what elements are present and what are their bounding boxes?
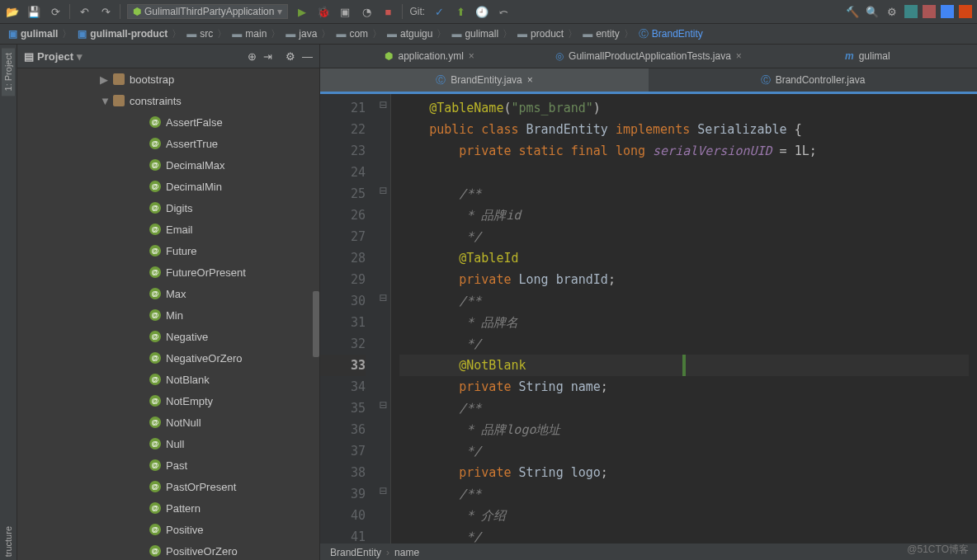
- tree-decimalmax[interactable]: @DecimalMax: [17, 154, 319, 176]
- breadcrumb-main[interactable]: ▬main: [229, 28, 268, 40]
- project-panel: ▤ Project ▾ ⊕ ⇥ ⚙ — ▶bootstrap▼constrain…: [17, 45, 320, 560]
- project-header: ▤ Project ▾ ⊕ ⇥ ⚙ —: [17, 45, 319, 68]
- run-icon[interactable]: ▶: [295, 4, 309, 19]
- tree-notempty[interactable]: @NotEmpty: [17, 390, 319, 412]
- undo-icon[interactable]: ↶: [77, 4, 92, 19]
- open-icon[interactable]: 📂: [5, 4, 20, 19]
- git-update-icon[interactable]: ✓: [432, 4, 446, 19]
- editor-tabs-bottom: ⒸBrandEntity.java×ⒸBrandController.java: [320, 68, 977, 94]
- search-icon[interactable]: 🔍: [865, 4, 880, 19]
- select-opened-icon[interactable]: ⊕: [248, 50, 257, 63]
- project-icon: ▤: [24, 50, 34, 63]
- change-marker: [682, 355, 686, 376]
- redo-icon[interactable]: ↷: [98, 4, 113, 19]
- editor-area: ⬢application.yml×◎GulimallProductApplica…: [320, 45, 977, 560]
- refresh-icon[interactable]: ⟳: [48, 4, 63, 19]
- tree-notblank[interactable]: @NotBlank: [17, 369, 319, 390]
- editor-crumb: BrandEntity › name: [320, 544, 977, 560]
- gutter-markers: ⊟⊟⊟⊟⊟: [375, 94, 391, 544]
- plugin3-icon[interactable]: [959, 5, 972, 18]
- breadcrumb-gulimall[interactable]: ▣gulimall: [5, 28, 59, 40]
- breadcrumb-atguigu[interactable]: ▬atguigu: [385, 28, 434, 40]
- watermark: @51CTO博客: [907, 543, 969, 557]
- tree-notnull[interactable]: @NotNull: [17, 412, 319, 433]
- debug-icon[interactable]: 🐞: [316, 4, 331, 19]
- chevron-down-icon[interactable]: ▾: [77, 50, 83, 63]
- tree-decimalmin[interactable]: @DecimalMin: [17, 176, 319, 197]
- tab-BrandController.java[interactable]: ⒸBrandController.java: [649, 68, 977, 92]
- code-content[interactable]: @TableName("pms_brand") public class Bra…: [391, 94, 977, 544]
- settings-icon[interactable]: ⚙: [885, 4, 899, 19]
- rail-project[interactable]: 1: Project: [2, 48, 15, 96]
- tree-digits[interactable]: @Digits: [17, 197, 319, 219]
- tree-negative[interactable]: @Negative: [17, 326, 319, 347]
- git-history-icon[interactable]: 🕘: [474, 4, 489, 19]
- gear-icon[interactable]: ⚙: [286, 50, 295, 63]
- left-rail: 1: Project tructure: [0, 45, 17, 560]
- tree-pastorpresent[interactable]: @PastOrPresent: [17, 476, 319, 497]
- tree-constraints[interactable]: ▼constraints: [17, 90, 319, 111]
- translate-icon[interactable]: [941, 5, 954, 18]
- collapse-icon[interactable]: ⇥: [263, 50, 272, 63]
- tree-asserttrue[interactable]: @AssertTrue: [17, 133, 319, 154]
- git-label: Git:: [409, 6, 425, 17]
- nav-breadcrumb: ▣gulimall〉▣gulimall-product〉▬src〉▬main〉▬…: [0, 24, 977, 45]
- tree-pattern[interactable]: @Pattern: [17, 497, 319, 519]
- tree-negativeorzero[interactable]: @NegativeOrZero: [17, 347, 319, 369]
- git-commit-icon[interactable]: ⬆: [453, 4, 468, 19]
- breadcrumb-product[interactable]: ▬product: [515, 28, 565, 40]
- rail-structure[interactable]: tructure: [2, 521, 15, 560]
- breadcrumb-java[interactable]: ▬java: [283, 28, 319, 40]
- plugin2-icon[interactable]: [923, 5, 936, 18]
- coverage-icon[interactable]: ▣: [337, 4, 352, 19]
- tree-future[interactable]: @Future: [17, 240, 319, 261]
- save-icon[interactable]: 💾: [26, 4, 41, 19]
- build-icon[interactable]: 🔨: [845, 4, 860, 19]
- main-toolbar: 📂 💾 ⟳ ↶ ↷ ⬢ GulimallThirdPartyApplicatio…: [0, 0, 977, 24]
- tree-email[interactable]: @Email: [17, 219, 319, 240]
- profiler-icon[interactable]: ◔: [359, 4, 374, 19]
- tab-gulimal[interactable]: mgulimal: [758, 45, 977, 68]
- tab-application.yml[interactable]: ⬢application.yml×: [320, 45, 539, 68]
- breadcrumb-src[interactable]: ▬src: [184, 28, 215, 40]
- crumb-member[interactable]: name: [394, 547, 419, 558]
- project-title: Project: [37, 50, 73, 63]
- breadcrumb-com[interactable]: ▬com: [333, 28, 370, 40]
- tree-positive[interactable]: @Positive: [17, 519, 319, 540]
- breadcrumb-gulimall-product[interactable]: ▣gulimall-product: [74, 28, 169, 40]
- tab-GulimallProductApplicationTests.java[interactable]: ◎GulimallProductApplicationTests.java×: [539, 45, 758, 68]
- tree-assertfalse[interactable]: @AssertFalse: [17, 111, 319, 133]
- stop-icon[interactable]: ■: [380, 4, 395, 19]
- tree-positiveorzero[interactable]: @PositiveOrZero: [17, 540, 319, 560]
- plugin1-icon[interactable]: [904, 5, 918, 18]
- tree-null[interactable]: @Null: [17, 433, 319, 454]
- run-config-label: GulimallThirdPartyApplication: [144, 6, 274, 17]
- git-rollback-icon[interactable]: ⤺: [496, 4, 511, 19]
- code-editor[interactable]: 2122232425262728293031323334353637383940…: [320, 94, 977, 544]
- tree-max[interactable]: @Max: [17, 283, 319, 304]
- hide-icon[interactable]: —: [302, 50, 313, 63]
- run-config-combo[interactable]: ⬢ GulimallThirdPartyApplication ▾: [127, 4, 288, 19]
- tree-bootstrap[interactable]: ▶bootstrap: [17, 68, 319, 90]
- tree-scrollbar[interactable]: [313, 291, 319, 357]
- breadcrumb-entity[interactable]: ▬entity: [580, 28, 621, 40]
- tree-min[interactable]: @Min: [17, 304, 319, 326]
- crumb-class[interactable]: BrandEntity: [330, 547, 381, 558]
- close-icon[interactable]: ×: [736, 50, 742, 62]
- project-tree[interactable]: ▶bootstrap▼constraints@AssertFalse@Asser…: [17, 68, 319, 560]
- editor-tabs-top: ⬢application.yml×◎GulimallProductApplica…: [320, 45, 977, 68]
- close-icon[interactable]: ×: [469, 50, 474, 62]
- tree-past[interactable]: @Past: [17, 454, 319, 476]
- close-icon[interactable]: ×: [527, 74, 533, 86]
- tree-futureorpresent[interactable]: @FutureOrPresent: [17, 261, 319, 283]
- breadcrumb-gulimall[interactable]: ▬gulimall: [449, 28, 500, 40]
- breadcrumb-BrandEntity[interactable]: ⒸBrandEntity: [636, 28, 705, 40]
- line-gutter: 2122232425262728293031323334353637383940…: [320, 94, 375, 544]
- tab-BrandEntity.java[interactable]: ⒸBrandEntity.java×: [320, 68, 649, 92]
